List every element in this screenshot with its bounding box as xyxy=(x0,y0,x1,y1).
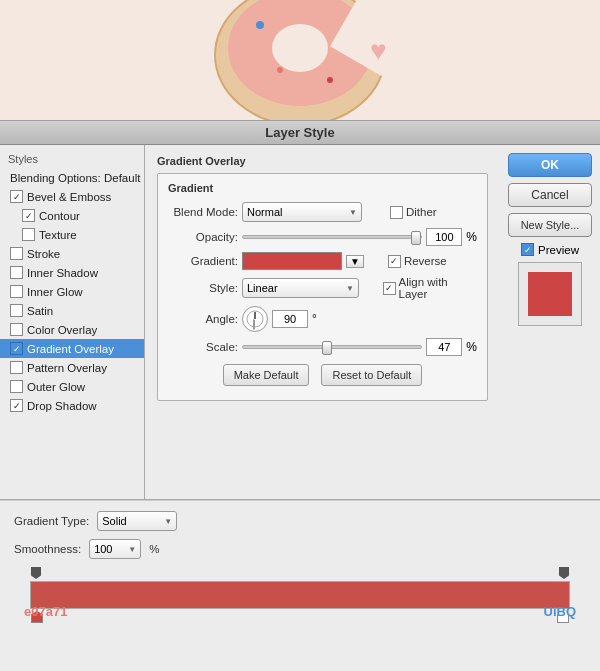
blend-mode-label: Blend Mode: xyxy=(168,206,238,218)
opacity-unit: % xyxy=(466,230,477,244)
reverse-checkbox[interactable] xyxy=(388,255,401,268)
watermark-left: e07a71 xyxy=(24,604,67,619)
sidebar-item-color-overlay[interactable]: Color Overlay xyxy=(0,320,144,339)
blend-mode-row: Blend Mode: Normal ▼ Dither xyxy=(168,202,477,222)
sidebar-item-contour[interactable]: Contour xyxy=(0,206,144,225)
inner-shadow-checkbox[interactable] xyxy=(10,266,23,279)
sidebar-item-outer-glow[interactable]: Outer Glow xyxy=(0,377,144,396)
sidebar-item-texture[interactable]: Texture xyxy=(0,225,144,244)
make-default-button[interactable]: Make Default xyxy=(223,364,310,386)
opacity-input[interactable]: 100 xyxy=(426,228,462,246)
preview-checkbox[interactable] xyxy=(521,243,534,256)
opacity-label: Opacity: xyxy=(168,231,238,243)
svg-point-4 xyxy=(272,24,328,72)
gradient-preview-swatch[interactable] xyxy=(242,252,342,270)
gradient-row: Gradient: ▼ Reverse xyxy=(168,252,477,270)
style-select[interactable]: Linear ▼ xyxy=(242,278,359,298)
sidebar-item-bevel-emboss[interactable]: Bevel & Emboss xyxy=(0,187,144,206)
top-stops-row xyxy=(30,567,570,579)
dither-checkbox[interactable] xyxy=(390,206,403,219)
sidebar-item-gradient-overlay[interactable]: Gradient Overlay xyxy=(0,339,144,358)
top-stop-left[interactable] xyxy=(31,567,41,579)
drop-shadow-checkbox[interactable] xyxy=(10,399,23,412)
texture-checkbox[interactable] xyxy=(22,228,35,241)
ok-button[interactable]: OK xyxy=(508,153,592,177)
dialog-title: Layer Style xyxy=(0,120,600,145)
style-row: Style: Linear ▼ Align with Layer xyxy=(168,276,477,300)
sidebar-item-inner-shadow[interactable]: Inner Shadow xyxy=(0,263,144,282)
gradient-overlay-checkbox[interactable] xyxy=(10,342,23,355)
main-options-panel: Gradient Overlay Gradient Blend Mode: No… xyxy=(145,145,500,499)
sidebar-item-pattern-overlay[interactable]: Pattern Overlay xyxy=(0,358,144,377)
styles-panel: Styles Blending Options: Default Bevel &… xyxy=(0,145,145,499)
gradient-editor-panel: Gradient Type: Solid ▼ Smoothness: 100 ▼… xyxy=(0,500,600,671)
svg-point-7 xyxy=(327,77,333,83)
pattern-overlay-checkbox[interactable] xyxy=(10,361,23,374)
blending-options-item[interactable]: Blending Options: Default xyxy=(0,169,144,187)
gradient-bar[interactable] xyxy=(30,581,570,609)
gradient-dropdown-arrow[interactable]: ▼ xyxy=(346,255,364,268)
align-layer-checkbox-label[interactable]: Align with Layer xyxy=(383,276,478,300)
sidebar-item-drop-shadow[interactable]: Drop Shadow xyxy=(0,396,144,415)
opacity-row: Opacity: 100 % xyxy=(168,228,477,246)
gradient-type-label: Gradient Type: xyxy=(14,515,89,527)
angle-unit: ° xyxy=(312,312,317,326)
smoothness-select[interactable]: 100 ▼ xyxy=(89,539,141,559)
smoothness-label: Smoothness: xyxy=(14,543,81,555)
sidebar-item-stroke[interactable]: Stroke xyxy=(0,244,144,263)
angle-row: Angle: 90 ° xyxy=(168,306,477,332)
contour-checkbox[interactable] xyxy=(22,209,35,222)
styles-label: Styles xyxy=(0,151,144,169)
gradient-label: Gradient: xyxy=(168,255,238,267)
bevel-emboss-checkbox[interactable] xyxy=(10,190,23,203)
bottom-stops-row xyxy=(30,611,570,623)
gradient-type-select[interactable]: Solid ▼ xyxy=(97,511,177,531)
gradient-type-row: Gradient Type: Solid ▼ xyxy=(14,511,586,531)
stroke-checkbox[interactable] xyxy=(10,247,23,260)
svg-point-6 xyxy=(256,21,264,29)
gradient-section-box: Gradient Blend Mode: Normal ▼ Dither Opa… xyxy=(157,173,488,401)
sub-title-gradient: Gradient xyxy=(168,182,477,194)
actions-panel: OK Cancel New Style... Preview xyxy=(500,145,600,499)
angle-input[interactable]: 90 xyxy=(272,310,308,328)
smoothness-row: Smoothness: 100 ▼ % xyxy=(14,539,586,559)
new-style-button[interactable]: New Style... xyxy=(508,213,592,237)
color-overlay-checkbox[interactable] xyxy=(10,323,23,336)
bottom-buttons-row: Make Default Reset to Default xyxy=(168,364,477,386)
dither-checkbox-label[interactable]: Dither xyxy=(390,206,437,219)
gradient-bar-wrapper: e07a71 UiBQ xyxy=(14,567,586,623)
scale-row: Scale: 47 % xyxy=(168,338,477,356)
style-label: Style: xyxy=(168,282,238,294)
opacity-slider-thumb[interactable] xyxy=(411,231,421,245)
angle-label: Angle: xyxy=(168,313,238,325)
scale-slider-thumb[interactable] xyxy=(322,341,332,355)
scale-unit: % xyxy=(466,340,477,354)
scale-label: Scale: xyxy=(168,341,238,353)
svg-text:♥: ♥ xyxy=(370,35,387,66)
preview-box xyxy=(518,262,582,326)
smoothness-unit: % xyxy=(149,543,159,555)
gradient-bar-container xyxy=(30,567,570,623)
scale-input[interactable]: 47 xyxy=(426,338,462,356)
scale-slider-track[interactable] xyxy=(242,345,422,349)
angle-dial[interactable] xyxy=(242,306,268,332)
watermark-right: UiBQ xyxy=(544,604,577,619)
inner-glow-checkbox[interactable] xyxy=(10,285,23,298)
svg-point-8 xyxy=(277,67,283,73)
preview-label-row: Preview xyxy=(521,243,579,256)
cancel-button[interactable]: Cancel xyxy=(508,183,592,207)
top-image-area: ♥ xyxy=(0,0,600,120)
outer-glow-checkbox[interactable] xyxy=(10,380,23,393)
reset-to-default-button[interactable]: Reset to Default xyxy=(321,364,422,386)
blend-mode-select[interactable]: Normal ▼ xyxy=(242,202,362,222)
preview-label-text: Preview xyxy=(538,244,579,256)
satin-checkbox[interactable] xyxy=(10,304,23,317)
preview-square xyxy=(528,272,572,316)
opacity-slider-track[interactable] xyxy=(242,235,422,239)
top-stop-right[interactable] xyxy=(559,567,569,579)
reverse-checkbox-label[interactable]: Reverse xyxy=(388,255,447,268)
section-title-gradient-overlay: Gradient Overlay xyxy=(157,155,488,167)
sidebar-item-inner-glow[interactable]: Inner Glow xyxy=(0,282,144,301)
align-layer-checkbox[interactable] xyxy=(383,282,396,295)
sidebar-item-satin[interactable]: Satin xyxy=(0,301,144,320)
